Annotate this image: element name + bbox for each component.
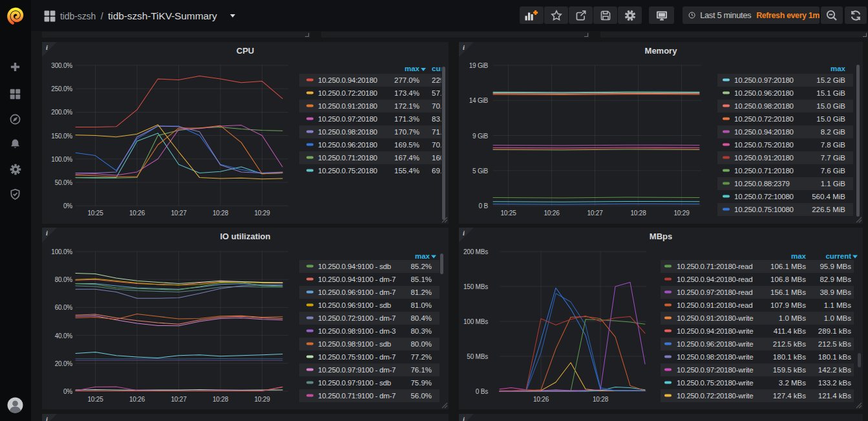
svg-text:173.4%: 173.4% — [394, 89, 419, 97]
svg-text:10.250.0.96:20180: 10.250.0.96:20180 — [734, 89, 794, 97]
svg-text:max: max — [791, 252, 807, 260]
svg-text:156.1 MBs: 156.1 MBs — [770, 288, 806, 296]
svg-text:133.2 kBs: 133.2 kBs — [818, 379, 851, 387]
svg-text:10.250.0.94:9100 - sdb: 10.250.0.94:9100 - sdb — [318, 263, 391, 270]
svg-text:0 Bs: 0 Bs — [476, 388, 488, 395]
svg-text:max: max — [415, 252, 430, 260]
svg-text:167.4%: 167.4% — [394, 154, 419, 162]
svg-text:10:29: 10:29 — [254, 210, 270, 217]
svg-text:411.4 kBs: 411.4 kBs — [774, 327, 807, 335]
svg-text:19 GiB: 19 GiB — [469, 62, 489, 69]
svg-text:212.5 kBs: 212.5 kBs — [818, 340, 851, 348]
svg-text:10.250.0.94:20180: 10.250.0.94:20180 — [318, 76, 377, 84]
svg-text:10.250.0.96:9100 - dm-7: 10.250.0.96:9100 - dm-7 — [318, 288, 396, 296]
svg-text:81.2%: 81.2% — [410, 288, 432, 296]
svg-text:10.250.0.97:20180-write: 10.250.0.97:20180-write — [677, 366, 753, 374]
svg-text:10.250.0.97:20180: 10.250.0.97:20180 — [318, 115, 377, 123]
svg-text:10.250.0.97:20180: 10.250.0.97:20180 — [734, 76, 794, 84]
svg-text:10.250.0.75:10080: 10.250.0.75:10080 — [734, 206, 794, 213]
svg-text:10.250.0.94:20180-read: 10.250.0.94:20180-read — [677, 275, 752, 283]
svg-text:max: max — [405, 65, 420, 72]
svg-text:10.250.0.98:20180: 10.250.0.98:20180 — [318, 128, 377, 136]
svg-text:10:28: 10:28 — [213, 396, 229, 403]
svg-text:107.9 MBs: 107.9 MBs — [770, 301, 806, 309]
svg-text:10:26: 10:26 — [129, 210, 145, 217]
svg-text:10.250.0.88:2379: 10.250.0.88:2379 — [734, 180, 790, 188]
svg-text:159.5 kBs: 159.5 kBs — [773, 366, 806, 374]
svg-text:106.1 MBs: 106.1 MBs — [770, 263, 806, 270]
svg-text:10.250.0.94:20180-write: 10.250.0.94:20180-write — [677, 327, 753, 335]
svg-text:170.7%: 170.7% — [394, 128, 419, 136]
svg-text:50.0%: 50.0% — [55, 179, 73, 186]
svg-text:180.1 kBs: 180.1 kBs — [773, 353, 806, 361]
svg-text:127.4 kBs: 127.4 kBs — [773, 392, 806, 400]
svg-text:10.250.0.98:20180: 10.250.0.98:20180 — [734, 102, 794, 110]
svg-text:14 GiB: 14 GiB — [469, 97, 489, 104]
svg-text:172.1%: 172.1% — [394, 102, 419, 110]
svg-text:10.250.0.98:20180-write: 10.250.0.98:20180-write — [677, 353, 753, 361]
svg-text:10:28: 10:28 — [593, 396, 609, 403]
svg-text:10:28: 10:28 — [630, 210, 646, 217]
svg-text:10.250.0.72:20180: 10.250.0.72:20180 — [318, 89, 377, 97]
svg-text:10:25: 10:25 — [87, 210, 103, 217]
svg-text:20.0%: 20.0% — [55, 360, 73, 367]
svg-text:300.0%: 300.0% — [51, 62, 72, 69]
svg-text:15.1 GiB: 15.1 GiB — [816, 89, 845, 97]
svg-text:1.1 MBs: 1.1 MBs — [824, 301, 851, 309]
svg-text:7.6 GiB: 7.6 GiB — [821, 167, 846, 175]
svg-text:Memory: Memory — [645, 46, 678, 56]
svg-text:15.0 GiB: 15.0 GiB — [816, 115, 845, 123]
svg-text:100.0%: 100.0% — [51, 248, 72, 255]
svg-text:10.250.0.71:20180: 10.250.0.71:20180 — [734, 167, 794, 175]
svg-text:10.250.0.72:20180: 10.250.0.72:20180 — [734, 115, 794, 123]
svg-text:38.9 MBs: 38.9 MBs — [820, 288, 851, 296]
svg-text:10.250.0.97:20180-read: 10.250.0.97:20180-read — [677, 288, 752, 296]
svg-text:10.250.0.91:20180-write: 10.250.0.91:20180-write — [677, 314, 753, 322]
svg-text:max: max — [831, 65, 846, 72]
svg-text:10.250.0.71:20180-read: 10.250.0.71:20180-read — [677, 263, 752, 270]
svg-text:current: current — [825, 252, 851, 260]
svg-text:10:27: 10:27 — [587, 210, 603, 217]
svg-text:226.5 MiB: 226.5 MiB — [812, 206, 845, 213]
svg-text:50 MBs: 50 MBs — [467, 353, 488, 360]
svg-text:10.250.0.96:20180: 10.250.0.96:20180 — [318, 141, 377, 149]
svg-text:76.1%: 76.1% — [410, 366, 432, 374]
svg-text:i: i — [46, 230, 48, 237]
svg-text:7.8 GiB: 7.8 GiB — [821, 141, 846, 149]
svg-text:171.3%: 171.3% — [394, 115, 419, 123]
svg-text:10.250.0.98:9100 - dm-3: 10.250.0.98:9100 - dm-3 — [318, 327, 396, 335]
svg-text:10.250.0.75:20180: 10.250.0.75:20180 — [734, 141, 794, 149]
svg-text:95.9 MBs: 95.9 MBs — [820, 263, 851, 270]
svg-text:0 B: 0 B — [479, 202, 489, 210]
svg-text:100.0%: 100.0% — [51, 156, 72, 163]
svg-text:289.1 kBs: 289.1 kBs — [818, 327, 851, 335]
svg-text:10:26: 10:26 — [129, 396, 145, 403]
svg-text:10.250.0.75:20180-write: 10.250.0.75:20180-write — [677, 379, 753, 387]
svg-text:560.4 MiB: 560.4 MiB — [812, 193, 845, 200]
svg-text:7.7 GiB: 7.7 GiB — [821, 154, 846, 162]
svg-text:3.2 MBs: 3.2 MBs — [779, 379, 806, 387]
svg-text:169.5%: 169.5% — [394, 141, 419, 149]
svg-text:85.1%: 85.1% — [410, 275, 432, 283]
svg-text:10.250.0.98:9100 - sdb: 10.250.0.98:9100 - sdb — [318, 340, 391, 348]
svg-text:250.0%: 250.0% — [51, 85, 72, 92]
svg-text:10.250.0.72:9100 - dm-7: 10.250.0.72:9100 - dm-7 — [318, 314, 396, 322]
svg-text:10:26: 10:26 — [544, 210, 560, 217]
svg-text:10.250.0.75:9100 - dm-7: 10.250.0.75:9100 - dm-7 — [318, 353, 396, 361]
svg-text:15.2 GiB: 15.2 GiB — [816, 76, 845, 84]
svg-text:5 GiB: 5 GiB — [472, 167, 489, 175]
svg-text:10.250.0.72:20180-write: 10.250.0.72:20180-write — [677, 392, 753, 400]
svg-text:10:27: 10:27 — [171, 396, 187, 403]
svg-text:10:28: 10:28 — [213, 210, 229, 217]
svg-text:IO utilization: IO utilization — [220, 232, 271, 241]
svg-text:i: i — [463, 44, 465, 51]
svg-text:56.0%: 56.0% — [410, 392, 432, 400]
svg-text:106.8 MBs: 106.8 MBs — [770, 275, 806, 283]
svg-text:10.250.0.91:20180: 10.250.0.91:20180 — [734, 154, 794, 162]
svg-text:150.0%: 150.0% — [51, 133, 72, 140]
svg-text:i: i — [46, 416, 48, 421]
svg-text:0%: 0% — [63, 202, 72, 210]
svg-text:10.250.0.97:9100 - sdb: 10.250.0.97:9100 - sdb — [318, 379, 391, 387]
svg-text:10.250.0.96:9100 - sdb: 10.250.0.96:9100 - sdb — [318, 301, 391, 309]
svg-text:10.250.0.91:20180: 10.250.0.91:20180 — [318, 102, 377, 110]
